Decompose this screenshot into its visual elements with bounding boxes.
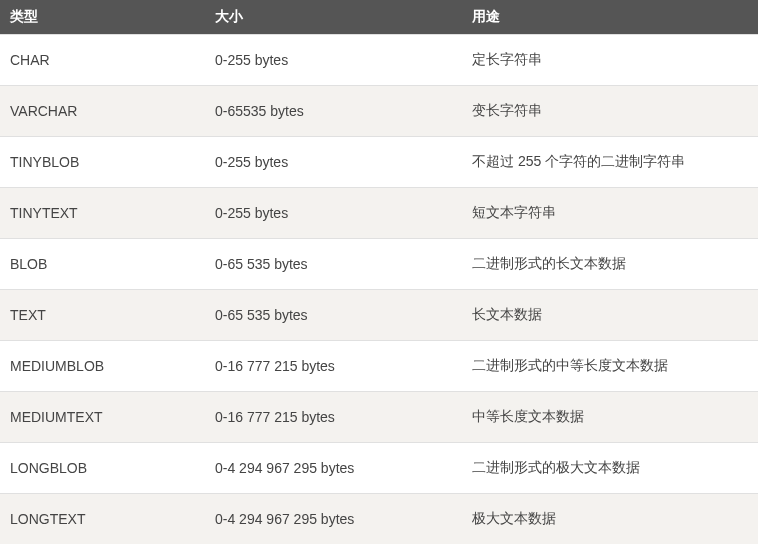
cell-usage: 二进制形式的中等长度文本数据 (462, 341, 758, 392)
table-row: MEDIUMBLOB0-16 777 215 bytes二进制形式的中等长度文本… (0, 341, 758, 392)
cell-usage: 短文本字符串 (462, 188, 758, 239)
cell-type: VARCHAR (0, 86, 205, 137)
cell-size: 0-4 294 967 295 bytes (205, 494, 462, 545)
cell-size: 0-255 bytes (205, 137, 462, 188)
cell-type: LONGTEXT (0, 494, 205, 545)
header-type: 类型 (0, 0, 205, 35)
cell-usage: 变长字符串 (462, 86, 758, 137)
cell-size: 0-255 bytes (205, 188, 462, 239)
cell-usage: 不超过 255 个字符的二进制字符串 (462, 137, 758, 188)
cell-size: 0-65 535 bytes (205, 290, 462, 341)
cell-type: TINYTEXT (0, 188, 205, 239)
table-row: LONGTEXT0-4 294 967 295 bytes极大文本数据 (0, 494, 758, 545)
cell-type: MEDIUMTEXT (0, 392, 205, 443)
table-row: CHAR0-255 bytes定长字符串 (0, 35, 758, 86)
table-row: VARCHAR0-65535 bytes变长字符串 (0, 86, 758, 137)
cell-usage: 中等长度文本数据 (462, 392, 758, 443)
cell-size: 0-255 bytes (205, 35, 462, 86)
cell-size: 0-16 777 215 bytes (205, 392, 462, 443)
header-usage: 用途 (462, 0, 758, 35)
cell-type: BLOB (0, 239, 205, 290)
table-row: MEDIUMTEXT0-16 777 215 bytes中等长度文本数据 (0, 392, 758, 443)
cell-size: 0-4 294 967 295 bytes (205, 443, 462, 494)
cell-type: LONGBLOB (0, 443, 205, 494)
header-size: 大小 (205, 0, 462, 35)
table-row: TEXT0-65 535 bytes长文本数据 (0, 290, 758, 341)
table-row: BLOB0-65 535 bytes二进制形式的长文本数据 (0, 239, 758, 290)
table-row: LONGBLOB0-4 294 967 295 bytes二进制形式的极大文本数… (0, 443, 758, 494)
cell-size: 0-65 535 bytes (205, 239, 462, 290)
cell-size: 0-16 777 215 bytes (205, 341, 462, 392)
string-types-table: 类型 大小 用途 CHAR0-255 bytes定长字符串VARCHAR0-65… (0, 0, 758, 544)
cell-usage: 长文本数据 (462, 290, 758, 341)
cell-type: CHAR (0, 35, 205, 86)
cell-type: TEXT (0, 290, 205, 341)
cell-type: MEDIUMBLOB (0, 341, 205, 392)
table-header-row: 类型 大小 用途 (0, 0, 758, 35)
table-row: TINYTEXT0-255 bytes短文本字符串 (0, 188, 758, 239)
cell-usage: 定长字符串 (462, 35, 758, 86)
cell-size: 0-65535 bytes (205, 86, 462, 137)
table-row: TINYBLOB0-255 bytes不超过 255 个字符的二进制字符串 (0, 137, 758, 188)
cell-usage: 极大文本数据 (462, 494, 758, 545)
cell-type: TINYBLOB (0, 137, 205, 188)
cell-usage: 二进制形式的长文本数据 (462, 239, 758, 290)
cell-usage: 二进制形式的极大文本数据 (462, 443, 758, 494)
